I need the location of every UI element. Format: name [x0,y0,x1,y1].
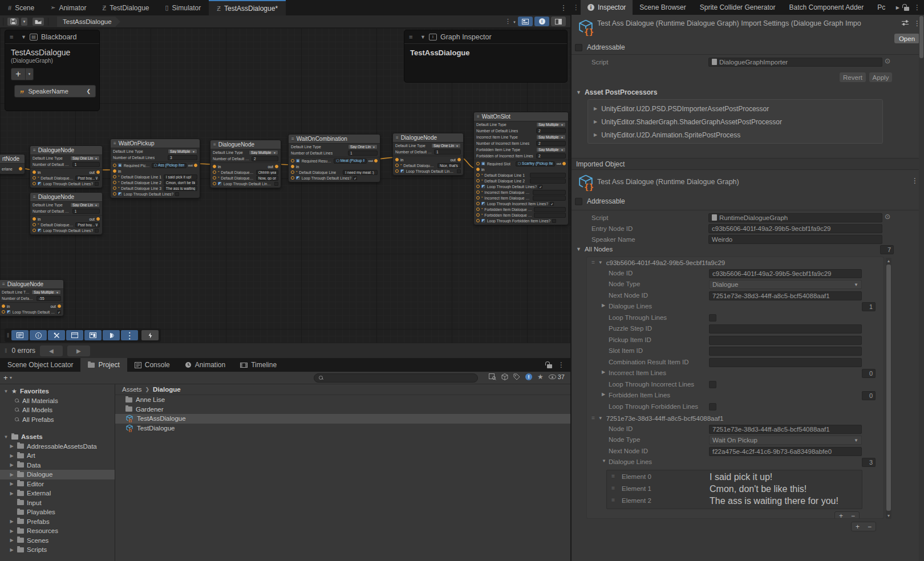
data-port[interactable] [2,310,5,314]
count-field[interactable]: 1 [434,149,461,155]
folder-resources[interactable]: ▶Resources [0,526,115,536]
count-field[interactable]: 2 [536,153,566,158]
count-field[interactable]: 3 [862,458,876,467]
window-button[interactable] [66,330,83,340]
line-field[interactable]: Now, go on, [256,176,278,181]
node-header[interactable]: ≡DialogueNode [30,146,102,155]
line-field[interactable]: Nice, that's it [437,163,461,168]
favorites-header[interactable]: ▼★Favorites [0,387,115,396]
all-nodes-count[interactable]: 7 [880,245,894,254]
save-dropdown-button[interactable]: ▼ [21,17,28,26]
count-field[interactable]: 2 [252,156,278,161]
object-picker-icon[interactable]: ⊙ [885,57,890,65]
data-port[interactable] [291,170,294,174]
graph-node-waitonpickup[interactable]: ≡WaitOnPickupDefault Line TypeSay Multip… [110,139,200,198]
data-port[interactable] [33,176,36,180]
data-port[interactable] [395,164,399,167]
prop-field[interactable]: f22a475e-4c2f-41c6-9b73-6a83498abfe0 [709,447,862,456]
script-field[interactable]: DialogueGraphImporter [708,58,882,67]
line-field[interactable] [534,213,566,218]
line-type-dropdown[interactable]: Say Multiple Lines▼ [168,149,197,154]
postprocessor-row[interactable]: ▶UnityEditor.U2D.PSD.PSDImporterAssetPos… [588,102,882,115]
file-anne-lise[interactable]: Anne Lise [115,395,570,405]
line-field[interactable] [530,178,566,184]
prop-field[interactable] [709,336,862,345]
tab-simulator[interactable]: ▯Simulator [157,0,209,15]
assets-root[interactable]: ▼Assets [0,432,115,442]
count-field[interactable]: 0 [862,391,876,400]
folder-data[interactable]: ▶Data [0,461,115,470]
prop-dropdown[interactable]: Wait On Pickup▼ [709,436,862,445]
data-port[interactable] [33,223,36,226]
graph-node-dialoguenode[interactable]: ≡DialogueNodeDefault Line TypeSay One Li… [392,133,464,176]
loop-checkbox[interactable] [95,229,99,233]
folder-addressableassetsdata[interactable]: ▶AddressableAssetsData [0,442,115,452]
data-port[interactable] [291,176,294,180]
node-header[interactable]: ≡WaitOnPickup [111,139,200,148]
postprocessors-foldout[interactable]: ▼ Asset PostProcessors [576,88,657,96]
collapse-arrow-icon[interactable]: ▼ [21,34,26,40]
tab-testdialogue[interactable]: ƵTestDialogue [94,0,157,15]
line-type-dropdown[interactable]: Say Multiple Lines▼ [536,122,566,127]
debug-button[interactable] [141,330,159,340]
line-field[interactable]: The ass is waiting there for y [164,186,197,191]
script-field[interactable]: RuntimeDialogueGraph [708,213,882,222]
graph-node-waitonslot[interactable]: ≡WaitOnSlotDefault Line TypeSay Multiple… [473,112,569,225]
graph-node-dialoguenode[interactable]: ≡DialogueNodeDefault Line TypeSay One Li… [30,192,103,235]
file-testassdialogue[interactable]: {}TestAssDialogue [115,414,570,424]
object-picker-icon[interactable]: ⊙ [885,213,890,221]
loop-checkbox[interactable] [175,192,179,196]
data-port[interactable] [476,202,480,205]
data-port[interactable] [113,181,116,184]
add-variable-dropdown-button[interactable]: ▼ [26,68,34,80]
data-port[interactable] [476,162,480,165]
loop-checkbox[interactable] [457,169,461,173]
inspector-scrollbar[interactable] [919,15,924,561]
toggle-minimap-button[interactable] [551,17,566,26]
apply-button[interactable]: Apply [869,72,892,82]
folder-art[interactable]: ▶Art [0,451,115,461]
folder-editor[interactable]: ▶Editor [0,479,115,489]
folder-dialogue[interactable]: ▶Dialogue [0,470,115,479]
project-search-input[interactable] [314,373,478,383]
inspector-tab-scene-browser[interactable]: Scene Browser [633,0,692,15]
scrollbar-thumb[interactable] [886,265,891,511]
line-field[interactable]: Ohhhh yeah, [256,170,278,175]
toggle-blackboard-button[interactable] [518,17,533,26]
foldout-arrow-icon[interactable]: ▶ [602,369,605,375]
object-field[interactable]: ⬡ Meat (Pickup Item Data) [334,158,366,164]
inspector-tab-sprite-collider-generator[interactable]: Sprite Collider Generator [693,0,783,15]
toggle-graph-inspector-button[interactable]: i [534,17,549,26]
count-field[interactable]: 2 [536,128,566,133]
data-port[interactable] [476,208,480,211]
foldout-arrow-icon[interactable]: ▼ [602,458,606,464]
data-port[interactable] [476,219,480,222]
presets-icon[interactable] [901,19,909,26]
line-type-dropdown[interactable]: Say Multiple Lines▼ [536,135,566,140]
folder-prefabs[interactable]: ▶Prefabs [0,517,115,527]
favorite-all-materials[interactable]: All Materials [0,396,115,406]
chevron-right-icon[interactable]: ▶ [896,5,899,10]
folder-external[interactable]: ▶External [0,489,115,498]
breadcrumb-root[interactable]: Assets [122,386,142,393]
data-port[interactable] [476,213,480,217]
data-port[interactable] [476,185,480,188]
loop-checkbox[interactable]: ✓ [353,176,357,180]
graph-node-partial[interactable]: rtNodeerlane [0,154,25,174]
data-port[interactable] [33,182,36,185]
count-field[interactable]: 1 [862,302,876,311]
kebab-icon[interactable]: ⋮ [572,0,581,15]
addressable-checkbox[interactable] [575,198,582,205]
graph-inspector-header[interactable]: = ▼ i Graph Inspector [404,30,567,44]
favorite-all-models[interactable]: All Models [0,405,115,415]
line-field[interactable]: Psst boy... W [75,222,100,227]
line-type-dropdown[interactable]: Say Multiple Lines▼ [536,147,566,152]
data-port[interactable] [476,190,480,194]
inspector-tab-inspector[interactable]: iInspector [581,0,633,15]
all-nodes-foldout[interactable]: ▼ All Nodes [576,246,613,253]
count-field[interactable]: 2 [536,141,566,146]
checkbox[interactable] [709,314,716,322]
input-port[interactable] [476,168,480,171]
line-field[interactable]: I need my meat :) [343,170,378,175]
blackboard-item-speakername[interactable]: ”SpeakerName❮ [14,85,96,97]
